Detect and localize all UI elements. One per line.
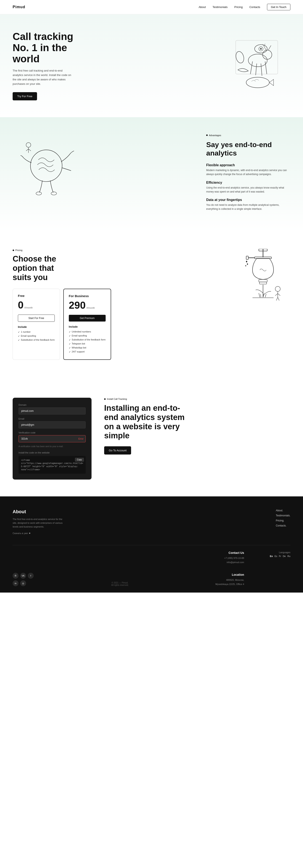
install-title: Installing an end-to-end analytics syste… [104, 404, 192, 440]
navigation: Pimud About Testimonials Pricing Contact… [0, 0, 303, 14]
footer-info-grid: Contact Us +7 (495) 970-10-88 info@pimud… [206, 551, 291, 586]
domain-input[interactable] [19, 407, 86, 414]
nav-pricing[interactable]: Pricing [234, 5, 243, 9]
advantages-tag: Advantages [206, 134, 291, 136]
verify-error: Error [79, 437, 84, 440]
footer-nav-contacts[interactable]: Contacts. [276, 524, 291, 527]
card-cta-free[interactable]: Start For Free [18, 315, 55, 322]
social-icon-ig[interactable]: ◎ [20, 580, 26, 586]
svg-line-23 [28, 149, 31, 151]
site-logo[interactable]: Pimud [12, 5, 25, 9]
advantage-item-3: Data at your fingertips You do not need … [206, 198, 291, 211]
hero-subtitle: The first free call tracking and end-to-… [12, 69, 74, 86]
footer-desc: The first free end-to-end analytics serv… [12, 518, 63, 529]
location-section: Location 489920, Moscow,Mysednkaya 22/25… [206, 573, 244, 586]
lang-links: En Es Fr De Ru [252, 555, 291, 557]
feature-free-2: ✓Email spoofing [18, 335, 55, 338]
svg-point-8 [248, 54, 267, 67]
svg-point-18 [36, 192, 41, 195]
social-row-1: R VK f [12, 573, 34, 579]
pricing-left: Pricing Choose the option that suits you… [12, 249, 227, 364]
contact-us-title: Contact Us [206, 551, 244, 555]
verify-hint: A verification code has been sent to you… [19, 445, 86, 447]
nav-links: About Testimonials Pricing Contacts Get … [199, 4, 291, 10]
advantage-title-3: Data at your fingertips [206, 198, 291, 202]
advantage-text-3: You do not need to analyze data from mul… [206, 203, 291, 211]
footer-nav-pricing[interactable]: Pricing. [276, 519, 291, 522]
verify-input[interactable] [19, 435, 86, 442]
advantages-content: Advantages Say yes end-to-end analytics … [206, 134, 291, 215]
pricing-title: Choose the option that suits you [12, 254, 71, 282]
card-name-business: For Business [69, 294, 105, 298]
lang-title: Languages [252, 551, 291, 554]
footer-contact-link: Скачать в уже [12, 532, 63, 534]
svg-line-38 [265, 294, 266, 297]
svg-point-33 [245, 265, 246, 267]
svg-line-43 [278, 293, 280, 296]
social-icon-in[interactable]: in [12, 580, 19, 586]
social-icon-vk[interactable]: VK [20, 573, 26, 579]
pricing-tag-dot [12, 250, 14, 251]
pricing-header: Pricing Choose the option that suits you… [12, 249, 291, 364]
code-text: <iframe src="https://www.googletagmanage… [21, 459, 83, 471]
lang-fr[interactable]: Fr [279, 555, 281, 557]
lang-de[interactable]: De [283, 555, 286, 557]
svg-point-20 [26, 143, 31, 147]
social-icon-fb[interactable]: f [28, 573, 34, 579]
advantages-illustration [12, 134, 80, 202]
footer-nav: About. Testimonials. Pricing. Contacts. [276, 509, 291, 534]
feature-biz-1: ✓Unlimited numbers [69, 330, 105, 333]
email-input[interactable] [19, 421, 86, 428]
nav-about[interactable]: About [199, 5, 206, 9]
install-tag: Install Call Tracking [104, 398, 192, 400]
nav-testimonials[interactable]: Testimonials [213, 5, 228, 9]
card-price-business: 290 #/month [69, 300, 105, 311]
features-business: ✓Unlimited numbers ✓Email spoofing ✓Subs… [69, 330, 105, 353]
pricing-tag: Pricing [12, 249, 227, 251]
lang-en[interactable]: En [270, 555, 273, 557]
svg-point-3 [260, 48, 262, 50]
hero-title: Call tracking No. 1 in the world [12, 31, 84, 64]
feature-biz-4: ✓Telegram bot [69, 342, 105, 345]
hero-cta-button[interactable]: Try For Free [12, 92, 37, 100]
feature-biz-2: ✓Email spoofing [69, 334, 105, 337]
svg-point-40 [275, 286, 280, 291]
footer-nav-testimonials[interactable]: Testimonials. [276, 514, 291, 517]
footer-brand: About The first free end-to-end analytic… [12, 509, 63, 534]
feature-free-1: ✓1 number [18, 331, 55, 334]
svg-line-4 [250, 61, 252, 74]
footer-bottom: R VK f in ◎ © 2021 — Pimud.All rights re… [12, 545, 291, 586]
card-cta-business[interactable]: Get Premium [69, 315, 105, 321]
contact-email: info@pimud.com [206, 560, 244, 564]
languages-section: Languages En Es Fr De Ru [252, 551, 291, 564]
lang-es[interactable]: Es [275, 555, 277, 557]
svg-point-19 [51, 192, 57, 195]
include-title-free: Include [18, 326, 55, 329]
lang-ru[interactable]: Ru [287, 555, 291, 557]
install-section: Domain Email Verification code Error A v… [0, 381, 303, 496]
svg-line-22 [26, 149, 28, 151]
install-label: Install the code on the website [19, 452, 86, 454]
svg-marker-15 [269, 79, 274, 86]
pricing-illustration [236, 249, 291, 316]
svg-line-44 [276, 297, 278, 301]
card-price-free: 0 #/month [18, 299, 55, 311]
footer-nav-about[interactable]: About. [276, 509, 291, 512]
advantage-title-1: Flexible approach [206, 163, 291, 167]
go-to-account-button[interactable]: Go To Account [104, 446, 131, 455]
hero-section: Call tracking No. 1 in the world The fir… [0, 14, 303, 117]
svg-point-9 [263, 50, 272, 59]
features-free: ✓1 number ✓Email spoofing ✓Substitution … [18, 331, 55, 342]
copy-button[interactable]: Copy [75, 458, 84, 462]
nav-cta-button[interactable]: Get In Touch [267, 4, 291, 10]
location-address: 489920, Moscow,Mysednkaya 22/25, Office … [206, 578, 244, 586]
nav-contacts[interactable]: Contacts [249, 5, 260, 9]
feature-biz-3: ✓Substitution of the feedback form [69, 338, 105, 341]
advantage-item-2: Efficiency Using the end-to-end analytic… [206, 181, 291, 194]
footer-copy: © 2021 — Pimud.All rights reserved. [111, 582, 129, 586]
footer-socials: R VK f in ◎ [12, 573, 34, 586]
social-icon-r[interactable]: R [12, 573, 19, 579]
svg-point-31 [246, 261, 247, 262]
svg-line-45 [278, 297, 279, 301]
svg-rect-30 [260, 282, 267, 284]
